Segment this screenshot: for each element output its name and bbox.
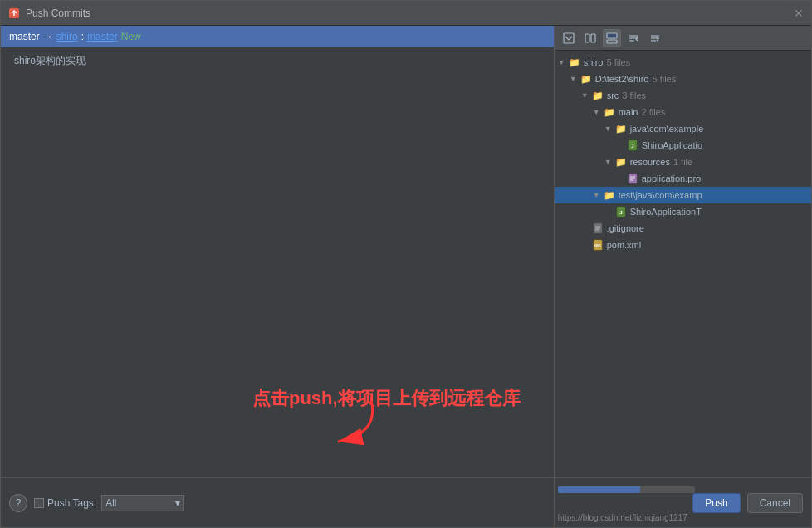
tag-dropdown[interactable]: All ▾ — [101, 495, 184, 511]
toolbar-btn-sort2[interactable] — [646, 29, 664, 47]
tree-item-resources[interactable]: ▼ 📁 resources 1 file — [555, 154, 811, 170]
app-icon — [7, 7, 21, 20]
cancel-button[interactable]: Cancel — [747, 493, 803, 513]
branch-name[interactable]: master — [87, 31, 118, 42]
tree-item-main[interactable]: ▼ 📁 main 2 files — [555, 104, 811, 120]
tree-item-shiro-app[interactable]: ▼ J ShiroApplicatio — [555, 137, 811, 154]
branch-remote[interactable]: shiro — [56, 31, 78, 42]
file-icon-gitignore — [591, 222, 604, 235]
tree-count-resources: 1 file — [673, 157, 692, 167]
tree-label-gitignore: .gitignore — [607, 223, 644, 233]
commit-message: shiro架构的实现 — [14, 55, 86, 66]
tree-arrow-main: ▼ — [593, 108, 603, 116]
folder-icon-d-shiro: 📁 — [580, 72, 593, 86]
annotation-area: 点击push,将项目上传到远程仓库 — [1, 266, 554, 477]
main-window: Push Commits ✕ master → shiro : master N… — [0, 0, 812, 528]
tree-item-test-java[interactable]: ▼ 📁 test\java\com\examp — [555, 187, 811, 203]
svg-rect-5 — [607, 33, 617, 38]
folder-icon-src: 📁 — [591, 89, 604, 102]
tree-label-main: main — [619, 107, 638, 117]
tree-label-pom-xml: pom.xml — [607, 240, 642, 250]
branch-arrow: → — [43, 31, 53, 42]
branch-badge: New — [121, 31, 141, 42]
tree-count-main: 2 files — [641, 107, 665, 117]
tree-count-d-shiro: 5 files — [652, 74, 676, 84]
progress-bar-fill — [558, 486, 640, 493]
tree-arrow-d-shiro: ▼ — [570, 75, 580, 83]
commit-list: shiro架构的实现 — [1, 47, 554, 266]
file-icon-shiro-app: J — [626, 139, 639, 152]
tree-arrow-src: ▼ — [581, 91, 591, 100]
progress-bar-container — [558, 486, 695, 493]
folder-icon-main: 📁 — [603, 105, 616, 119]
file-icon-application-prop — [626, 172, 639, 185]
dropdown-arrow-icon: ▾ — [175, 497, 180, 509]
url-text: https://blog.csdn.net/lizhiqiang1217 — [558, 513, 695, 522]
svg-text:J: J — [631, 144, 633, 149]
left-panel: master → shiro : master New shiro架构的实现 点… — [1, 26, 555, 527]
push-button[interactable]: Push — [692, 493, 740, 513]
tree-label-shiro-app: ShiroApplicatio — [642, 140, 702, 150]
commit-item[interactable]: shiro架构的实现 — [1, 51, 554, 71]
svg-rect-2 — [564, 33, 574, 43]
branch-row: master → shiro : master New — [1, 26, 554, 47]
svg-rect-4 — [591, 34, 595, 42]
toolbar-btn-collapse[interactable] — [581, 29, 599, 47]
tree-item-shiro[interactable]: ▼ 📁 shiro 5 files — [555, 54, 811, 71]
bottom-bar-left: ? Push Tags: All ▾ — [1, 477, 554, 527]
toolbar-btn-expand[interactable] — [560, 29, 578, 47]
folder-icon-java: 📁 — [614, 122, 628, 135]
tree-item-application-prop[interactable]: ▼ application.pro — [555, 170, 811, 187]
branch-from: master — [9, 31, 40, 42]
tree-arrow-resources: ▼ — [604, 158, 614, 166]
tree-item-gitignore[interactable]: ▼ .gitignore — [555, 220, 811, 237]
tree-label-test-java: test\java\com\examp — [619, 190, 702, 200]
tree-arrow-shiro: ▼ — [558, 58, 568, 66]
file-icon-shiro-app-test: J — [614, 205, 628, 218]
file-icon-pom-xml: XML — [591, 238, 604, 252]
close-button[interactable]: ✕ — [793, 7, 805, 19]
toolbar-btn-sort1[interactable] — [624, 29, 643, 47]
folder-icon-shiro: 📁 — [568, 56, 581, 69]
branch-separator: : — [81, 31, 84, 42]
help-button[interactable]: ? — [9, 494, 27, 512]
tree-item-shiro-app-test[interactable]: ▼ J ShiroApplicationT — [555, 203, 811, 220]
tree-count-src: 3 files — [622, 90, 646, 100]
toolbar-btn-view[interactable] — [603, 29, 621, 47]
tree-arrow-java: ▼ — [604, 125, 614, 133]
tree-item-d-shiro[interactable]: ▼ 📁 D:\test2\shiro 5 files — [555, 71, 811, 87]
right-toolbar — [555, 26, 811, 51]
tree-item-src[interactable]: ▼ 📁 src 3 files — [555, 87, 811, 104]
push-tags-checkbox[interactable] — [34, 498, 44, 508]
window-title: Push Commits — [26, 7, 793, 19]
main-content: master → shiro : master New shiro架构的实现 点… — [1, 26, 811, 527]
right-panel: ▼ 📁 shiro 5 files ▼ 📁 D:\test2\shiro 5 f… — [555, 26, 811, 527]
tree-label-shiro: shiro — [584, 57, 604, 67]
svg-rect-3 — [585, 34, 589, 42]
tree-arrow-test-java: ▼ — [593, 191, 603, 199]
svg-rect-6 — [607, 40, 617, 43]
tree-label-src: src — [607, 90, 619, 100]
tree-label-resources: resources — [630, 157, 670, 167]
annotation-arrow — [305, 392, 404, 452]
tree-label-application-prop: application.pro — [642, 174, 702, 183]
right-bottom-bar: https://blog.csdn.net/lizhiqiang1217 Pus… — [555, 477, 811, 527]
tree-count-shiro: 5 files — [606, 57, 630, 67]
folder-icon-resources: 📁 — [614, 155, 628, 169]
tree-label-d-shiro: D:\test2\shiro — [595, 74, 649, 84]
title-bar: Push Commits ✕ — [1, 1, 811, 26]
push-tags-label: Push Tags: — [34, 497, 96, 509]
tree-label-shiro-app-test: ShiroApplicationT — [630, 207, 702, 217]
folder-icon-test-java: 📁 — [603, 188, 616, 202]
svg-text:J: J — [619, 210, 622, 215]
tree-item-pom-xml[interactable]: ▼ XML pom.xml — [555, 237, 811, 253]
tree-label-java: java\com\example — [630, 124, 704, 134]
file-tree: ▼ 📁 shiro 5 files ▼ 📁 D:\test2\shiro 5 f… — [555, 51, 811, 477]
tree-item-java[interactable]: ▼ 📁 java\com\example — [555, 120, 811, 137]
svg-text:XML: XML — [593, 243, 602, 248]
